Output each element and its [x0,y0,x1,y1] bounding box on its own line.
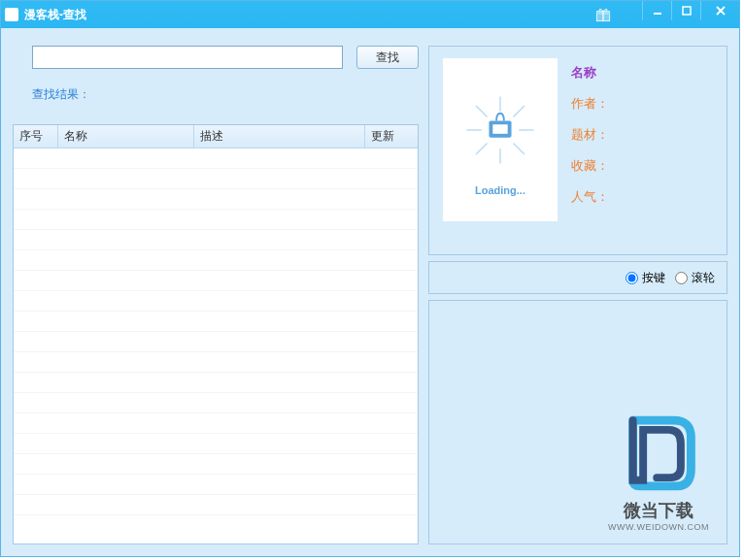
radio-key[interactable]: 按键 [626,270,665,286]
watermark-logo-icon [616,408,701,493]
table-row[interactable] [14,169,418,189]
table-row[interactable] [14,393,418,413]
table-row[interactable] [14,332,418,352]
svg-line-15 [513,106,524,117]
table-row[interactable] [14,291,418,312]
radio-wheel-label: 滚轮 [692,270,715,286]
table-row[interactable] [14,434,418,454]
table-row[interactable] [14,413,418,434]
results-table: 序号 名称 描述 更新 [13,124,419,544]
right-panel: Loading... 名称 作者： 题材： 收藏： 人气： 按键 [428,46,727,544]
watermark-url: WWW.WEIDOWN.COM [608,522,709,532]
result-label: 查找结果： [32,86,419,103]
table-body[interactable] [14,148,418,544]
content-area: 查找 查找结果： 序号 名称 描述 更新 [1,28,739,556]
table-row[interactable] [14,230,418,250]
table-row[interactable] [14,454,418,475]
svg-point-29 [461,144,468,150]
left-panel: 查找 查找结果： 序号 名称 描述 更新 [13,46,419,544]
close-button[interactable] [700,1,739,20]
table-row[interactable] [14,210,418,230]
search-row: 查找 [32,46,419,69]
svg-line-17 [513,143,524,154]
svg-point-31 [532,144,539,150]
svg-point-28 [461,110,468,116]
radio-wheel[interactable]: 滚轮 [675,270,715,286]
meta-pop: 人气： [571,188,609,206]
radio-wheel-input[interactable] [675,272,688,284]
svg-rect-4 [683,7,691,15]
mode-radio-box: 按键 滚轮 [428,261,727,294]
app-window: 漫客栈-查找 查找 查找结果： 序号 [0,0,740,557]
svg-rect-8 [492,124,507,134]
search-input[interactable] [32,46,343,69]
table-row[interactable] [14,312,418,332]
meta-name: 名称 [571,64,609,82]
window-title: 漫客栈-查找 [24,7,86,23]
titlebar[interactable]: 漫客栈-查找 [1,1,739,28]
svg-point-32 [480,162,487,169]
minimize-button[interactable] [642,1,671,20]
meta-fav: 收藏： [571,157,609,175]
svg-point-33 [514,162,521,169]
col-header-num[interactable]: 序号 [14,125,58,148]
meta-theme: 题材： [571,126,609,144]
loading-text: Loading... [475,184,525,196]
maximize-button[interactable] [671,1,700,20]
svg-line-16 [476,143,488,154]
svg-point-27 [514,91,521,98]
table-row[interactable] [14,352,418,373]
radio-key-label: 按键 [642,270,665,286]
svg-point-30 [532,110,539,116]
table-row[interactable] [14,250,418,271]
table-row[interactable] [14,271,418,291]
table-row[interactable] [14,373,418,393]
svg-line-14 [476,106,488,117]
table-header: 序号 名称 描述 更新 [14,125,418,148]
table-row[interactable] [14,495,418,515]
watermark-text: 微当下载 [608,499,709,522]
col-header-update[interactable]: 更新 [365,125,418,148]
table-row[interactable] [14,148,418,169]
meta-author: 作者： [571,95,609,113]
meta-list: 名称 作者： 题材： 收藏： 人气： [571,58,609,243]
gift-icon[interactable] [593,5,613,24]
watermark: 微当下载 WWW.WEIDOWN.COM [608,408,709,532]
loading-icon [454,83,547,177]
info-box: Loading... 名称 作者： 题材： 收藏： 人气： [428,46,727,255]
svg-point-26 [480,91,487,98]
col-header-desc[interactable]: 描述 [194,125,365,148]
table-row[interactable] [14,475,418,495]
thumbnail: Loading... [443,58,558,221]
table-row[interactable] [14,189,418,210]
app-icon [5,8,18,21]
col-header-name[interactable]: 名称 [58,125,194,148]
preview-box: 微当下载 WWW.WEIDOWN.COM [428,300,727,544]
search-button[interactable]: 查找 [356,46,419,69]
window-controls [642,1,739,20]
radio-key-input[interactable] [626,272,638,284]
